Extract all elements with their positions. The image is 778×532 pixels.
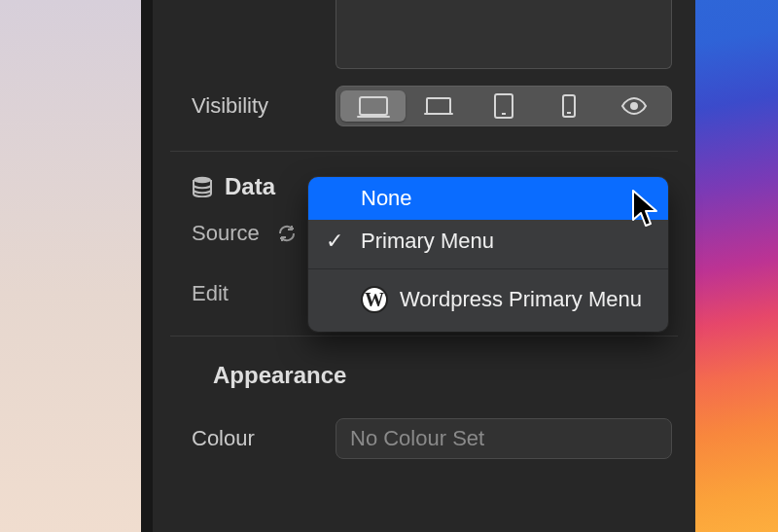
dropdown-item-label: None [361, 186, 412, 211]
data-section-title: Data [225, 173, 275, 200]
dropdown-item-primary-menu[interactable]: ✓ Primary Menu [308, 220, 668, 263]
divider [170, 336, 678, 337]
dropdown-item-label: Primary Menu [361, 229, 494, 254]
desktop-bg-left [0, 0, 141, 532]
dropdown-item-wordpress-primary-menu[interactable]: W Wordpress Primary Menu [308, 275, 668, 324]
visibility-tablet-button[interactable] [471, 90, 536, 122]
divider [170, 151, 678, 152]
phone-icon [562, 94, 576, 118]
colour-value: No Colour Set [350, 426, 484, 451]
eye-icon [620, 97, 648, 115]
visibility-phone-button[interactable] [537, 90, 602, 122]
desktop-bg-right [695, 0, 778, 532]
inspector-panel: Visibility [153, 0, 695, 532]
dropdown-separator [308, 268, 668, 269]
appearance-section-title: Appearance [213, 362, 346, 388]
check-icon: ✓ [326, 229, 343, 254]
text-area[interactable] [336, 0, 672, 69]
source-label: Source [192, 221, 260, 246]
svg-point-1 [194, 177, 211, 183]
desktop-icon [359, 96, 388, 116]
svg-point-0 [630, 102, 638, 110]
visibility-segmented-control [336, 86, 672, 126]
window-edge-left [141, 0, 153, 532]
refresh-icon[interactable] [277, 224, 297, 249]
database-icon [192, 176, 213, 197]
visibility-desktop-button[interactable] [340, 90, 406, 122]
dropdown-item-none[interactable]: None [308, 177, 668, 220]
visibility-preview-button[interactable] [602, 90, 667, 122]
edit-label: Edit [192, 281, 229, 306]
data-section-header[interactable]: Data [192, 173, 275, 200]
wordpress-icon: W [361, 286, 388, 313]
tablet-icon [494, 93, 513, 119]
appearance-section-header[interactable]: Appearance [213, 362, 346, 389]
dropdown-item-label: Wordpress Primary Menu [400, 287, 642, 312]
visibility-laptop-button[interactable] [406, 90, 471, 122]
colour-field[interactable]: No Colour Set [336, 418, 672, 459]
laptop-icon [426, 97, 451, 115]
visibility-label: Visibility [192, 93, 268, 119]
source-dropdown: None ✓ Primary Menu W Wordpress Primary … [308, 177, 668, 332]
colour-label: Colour [192, 426, 255, 451]
